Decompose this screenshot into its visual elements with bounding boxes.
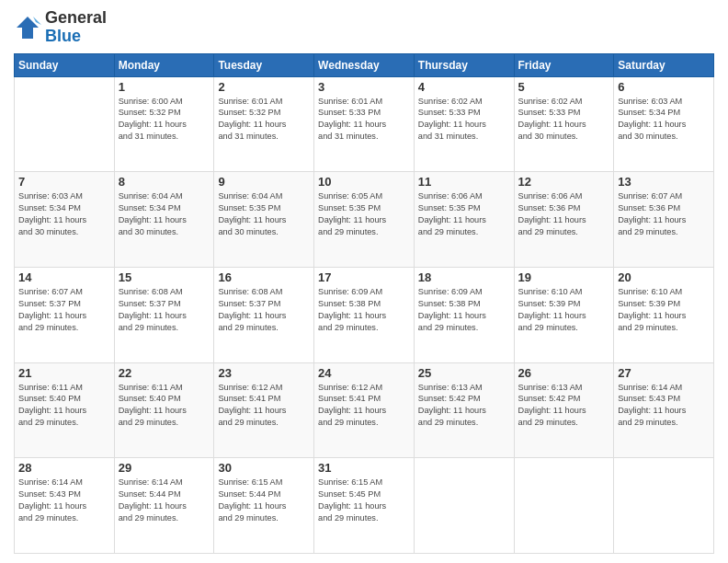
calendar-cell: 1Sunrise: 6:00 AM Sunset: 5:32 PM Daylig… xyxy=(114,76,214,172)
day-number: 7 xyxy=(18,175,110,189)
day-number: 15 xyxy=(119,270,210,284)
calendar-cell xyxy=(414,458,514,554)
calendar-cell xyxy=(614,458,714,554)
page: General Blue SundayMondayTuesdayWednesda… xyxy=(0,0,728,563)
calendar-cell: 29Sunrise: 6:14 AM Sunset: 5:44 PM Dayli… xyxy=(114,458,214,554)
day-number: 4 xyxy=(418,80,510,94)
cell-info: Sunrise: 6:02 AM Sunset: 5:33 PM Dayligh… xyxy=(518,96,610,144)
calendar-cell: 11Sunrise: 6:06 AM Sunset: 5:35 PM Dayli… xyxy=(414,172,514,268)
cell-info: Sunrise: 6:07 AM Sunset: 5:37 PM Dayligh… xyxy=(18,286,110,334)
cell-info: Sunrise: 6:15 AM Sunset: 5:45 PM Dayligh… xyxy=(318,477,410,524)
logo: General Blue xyxy=(14,9,107,46)
cell-info: Sunrise: 6:12 AM Sunset: 5:41 PM Dayligh… xyxy=(218,382,310,430)
day-number: 28 xyxy=(18,461,110,475)
cell-info: Sunrise: 6:08 AM Sunset: 5:37 PM Dayligh… xyxy=(119,286,210,334)
calendar-week-5: 28Sunrise: 6:14 AM Sunset: 5:43 PM Dayli… xyxy=(15,458,714,554)
day-number: 29 xyxy=(119,461,210,475)
day-number: 3 xyxy=(318,80,410,94)
calendar-cell: 21Sunrise: 6:11 AM Sunset: 5:40 PM Dayli… xyxy=(15,362,115,458)
calendar-cell: 3Sunrise: 6:01 AM Sunset: 5:33 PM Daylig… xyxy=(314,76,415,172)
day-number: 5 xyxy=(518,80,610,94)
logo-icon xyxy=(14,14,41,41)
calendar-cell: 24Sunrise: 6:12 AM Sunset: 5:41 PM Dayli… xyxy=(314,362,415,458)
cell-info: Sunrise: 6:13 AM Sunset: 5:42 PM Dayligh… xyxy=(418,382,510,430)
day-number: 12 xyxy=(518,175,610,189)
calendar-week-2: 7Sunrise: 6:03 AM Sunset: 5:34 PM Daylig… xyxy=(15,172,714,268)
day-number: 11 xyxy=(418,175,510,189)
cell-info: Sunrise: 6:10 AM Sunset: 5:39 PM Dayligh… xyxy=(518,286,610,334)
day-header-sunday: Sunday xyxy=(15,53,115,76)
cell-info: Sunrise: 6:04 AM Sunset: 5:34 PM Dayligh… xyxy=(119,190,210,238)
cell-info: Sunrise: 6:13 AM Sunset: 5:42 PM Dayligh… xyxy=(518,382,610,430)
calendar-cell: 28Sunrise: 6:14 AM Sunset: 5:43 PM Dayli… xyxy=(15,458,115,554)
calendar-cell: 13Sunrise: 6:07 AM Sunset: 5:36 PM Dayli… xyxy=(614,172,714,268)
calendar-header-row: SundayMondayTuesdayWednesdayThursdayFrid… xyxy=(15,53,714,76)
calendar-cell: 19Sunrise: 6:10 AM Sunset: 5:39 PM Dayli… xyxy=(514,267,614,362)
cell-info: Sunrise: 6:15 AM Sunset: 5:44 PM Dayligh… xyxy=(218,477,310,524)
day-header-friday: Friday xyxy=(514,53,614,76)
cell-info: Sunrise: 6:03 AM Sunset: 5:34 PM Dayligh… xyxy=(618,96,710,144)
cell-info: Sunrise: 6:10 AM Sunset: 5:39 PM Dayligh… xyxy=(618,286,710,334)
cell-info: Sunrise: 6:14 AM Sunset: 5:43 PM Dayligh… xyxy=(618,382,710,430)
day-number: 16 xyxy=(218,270,310,284)
day-number: 13 xyxy=(618,175,710,189)
calendar-cell: 23Sunrise: 6:12 AM Sunset: 5:41 PM Dayli… xyxy=(214,362,314,458)
day-header-saturday: Saturday xyxy=(614,53,714,76)
cell-info: Sunrise: 6:00 AM Sunset: 5:32 PM Dayligh… xyxy=(119,96,210,144)
day-number: 19 xyxy=(518,270,610,284)
calendar-cell: 31Sunrise: 6:15 AM Sunset: 5:45 PM Dayli… xyxy=(314,458,415,554)
cell-info: Sunrise: 6:11 AM Sunset: 5:40 PM Dayligh… xyxy=(119,382,210,430)
calendar-week-4: 21Sunrise: 6:11 AM Sunset: 5:40 PM Dayli… xyxy=(15,362,714,458)
day-number: 27 xyxy=(618,366,710,380)
day-number: 18 xyxy=(418,270,510,284)
cell-info: Sunrise: 6:01 AM Sunset: 5:33 PM Dayligh… xyxy=(318,96,410,144)
cell-info: Sunrise: 6:08 AM Sunset: 5:37 PM Dayligh… xyxy=(218,286,310,334)
calendar-cell: 18Sunrise: 6:09 AM Sunset: 5:38 PM Dayli… xyxy=(414,267,514,362)
day-number: 31 xyxy=(318,461,410,475)
day-number: 6 xyxy=(618,80,710,94)
calendar-cell: 27Sunrise: 6:14 AM Sunset: 5:43 PM Dayli… xyxy=(614,362,714,458)
calendar-cell: 17Sunrise: 6:09 AM Sunset: 5:38 PM Dayli… xyxy=(314,267,415,362)
calendar-cell: 8Sunrise: 6:04 AM Sunset: 5:34 PM Daylig… xyxy=(114,172,214,268)
day-number: 26 xyxy=(518,366,610,380)
calendar-cell: 26Sunrise: 6:13 AM Sunset: 5:42 PM Dayli… xyxy=(514,362,614,458)
cell-info: Sunrise: 6:14 AM Sunset: 5:43 PM Dayligh… xyxy=(18,477,110,524)
calendar-cell: 16Sunrise: 6:08 AM Sunset: 5:37 PM Dayli… xyxy=(214,267,314,362)
calendar-cell: 5Sunrise: 6:02 AM Sunset: 5:33 PM Daylig… xyxy=(514,76,614,172)
cell-info: Sunrise: 6:05 AM Sunset: 5:35 PM Dayligh… xyxy=(318,190,410,238)
calendar-cell: 15Sunrise: 6:08 AM Sunset: 5:37 PM Dayli… xyxy=(114,267,214,362)
calendar-cell xyxy=(514,458,614,554)
day-header-thursday: Thursday xyxy=(414,53,514,76)
cell-info: Sunrise: 6:03 AM Sunset: 5:34 PM Dayligh… xyxy=(18,190,110,238)
calendar-cell: 6Sunrise: 6:03 AM Sunset: 5:34 PM Daylig… xyxy=(614,76,714,172)
day-number: 1 xyxy=(119,80,210,94)
calendar-cell: 4Sunrise: 6:02 AM Sunset: 5:33 PM Daylig… xyxy=(414,76,514,172)
cell-info: Sunrise: 6:14 AM Sunset: 5:44 PM Dayligh… xyxy=(119,477,210,524)
cell-info: Sunrise: 6:06 AM Sunset: 5:35 PM Dayligh… xyxy=(418,190,510,238)
calendar-cell: 9Sunrise: 6:04 AM Sunset: 5:35 PM Daylig… xyxy=(214,172,314,268)
day-number: 10 xyxy=(318,175,410,189)
calendar-cell: 14Sunrise: 6:07 AM Sunset: 5:37 PM Dayli… xyxy=(15,267,115,362)
cell-info: Sunrise: 6:04 AM Sunset: 5:35 PM Dayligh… xyxy=(218,190,310,238)
calendar-cell: 30Sunrise: 6:15 AM Sunset: 5:44 PM Dayli… xyxy=(214,458,314,554)
day-number: 30 xyxy=(218,461,310,475)
header: General Blue xyxy=(14,9,714,46)
day-number: 23 xyxy=(218,366,310,380)
cell-info: Sunrise: 6:01 AM Sunset: 5:32 PM Dayligh… xyxy=(218,96,310,144)
calendar-cell: 12Sunrise: 6:06 AM Sunset: 5:36 PM Dayli… xyxy=(514,172,614,268)
calendar-cell: 2Sunrise: 6:01 AM Sunset: 5:32 PM Daylig… xyxy=(214,76,314,172)
calendar-week-3: 14Sunrise: 6:07 AM Sunset: 5:37 PM Dayli… xyxy=(15,267,714,362)
calendar-cell: 20Sunrise: 6:10 AM Sunset: 5:39 PM Dayli… xyxy=(614,267,714,362)
calendar-cell: 25Sunrise: 6:13 AM Sunset: 5:42 PM Dayli… xyxy=(414,362,514,458)
cell-info: Sunrise: 6:09 AM Sunset: 5:38 PM Dayligh… xyxy=(318,286,410,334)
day-number: 8 xyxy=(119,175,210,189)
cell-info: Sunrise: 6:07 AM Sunset: 5:36 PM Dayligh… xyxy=(618,190,710,238)
day-header-wednesday: Wednesday xyxy=(314,53,415,76)
day-header-monday: Monday xyxy=(114,53,214,76)
cell-info: Sunrise: 6:09 AM Sunset: 5:38 PM Dayligh… xyxy=(418,286,510,334)
day-number: 25 xyxy=(418,366,510,380)
day-number: 24 xyxy=(318,366,410,380)
day-number: 21 xyxy=(18,366,110,380)
cell-info: Sunrise: 6:12 AM Sunset: 5:41 PM Dayligh… xyxy=(318,382,410,430)
calendar-cell: 7Sunrise: 6:03 AM Sunset: 5:34 PM Daylig… xyxy=(15,172,115,268)
